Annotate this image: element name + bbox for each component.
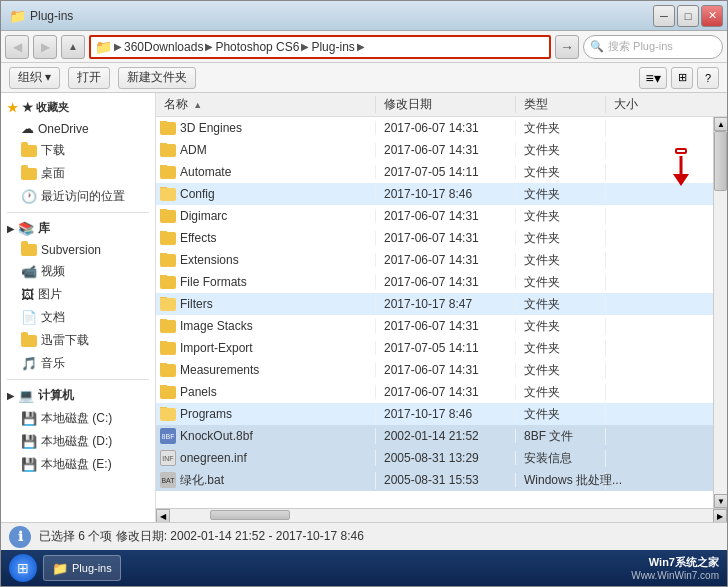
sidebar-item-pictures[interactable]: 🖼 图片 <box>1 283 155 306</box>
file-name: Filters <box>180 297 213 311</box>
vertical-scrollbar[interactable]: ▲ ▼ <box>713 117 727 508</box>
sidebar-item-subversion[interactable]: Subversion <box>1 240 155 260</box>
file-date: 2017-06-07 14:31 <box>384 275 479 289</box>
table-row[interactable]: Automate 2017-07-05 14:11 文件夹 <box>156 161 713 183</box>
search-box[interactable]: 🔍 搜索 Plug-ins <box>583 35 723 59</box>
scroll-track[interactable] <box>714 131 727 494</box>
folder-icon <box>160 320 176 333</box>
status-text: 已选择 6 个项 修改日期: 2002-01-14 21:52 - 2017-1… <box>39 528 364 545</box>
back-button[interactable]: ◀ <box>5 35 29 59</box>
sidebar-item-downloads[interactable]: 下载 <box>1 139 155 162</box>
path-segment-2[interactable]: Photoshop CS6 <box>215 40 299 54</box>
path-segment-3[interactable]: Plug-ins <box>311 40 354 54</box>
sidebar-item-desktop[interactable]: 桌面 <box>1 162 155 185</box>
path-segment-1[interactable]: 360Downloads <box>124 40 203 54</box>
table-row[interactable]: Programs 2017-10-17 8:46 文件夹 <box>156 403 713 425</box>
sidebar-item-music[interactable]: 🎵 音乐 <box>1 352 155 375</box>
table-row[interactable]: 3D Engines 2017-06-07 14:31 文件夹 <box>156 117 713 139</box>
col-date-header[interactable]: 修改日期 <box>376 96 516 113</box>
sidebar-item-thunder[interactable]: 迅雷下载 <box>1 329 155 352</box>
desktop-icon <box>21 168 37 180</box>
table-row[interactable]: Image Stacks 2017-06-07 14:31 文件夹 <box>156 315 713 337</box>
forward-button[interactable]: ▶ <box>33 35 57 59</box>
favorites-section: ★ ★ 收藏夹 ☁ OneDrive 下载 桌面 🕐 最近访问的位置 <box>1 97 155 208</box>
folder-open-icon <box>160 298 176 311</box>
table-row[interactable]: Filters 2017-10-17 8:47 文件夹 <box>156 293 713 315</box>
site-name: Win7系统之家 <box>631 555 719 570</box>
maximize-button[interactable]: □ <box>677 5 699 27</box>
table-row[interactable]: File Formats 2017-06-07 14:31 文件夹 <box>156 271 713 293</box>
path-arrow-4: ▶ <box>357 41 365 52</box>
new-folder-label: 新建文件夹 <box>127 69 187 86</box>
taskbar-item[interactable]: 📁 Plug-ins <box>43 555 121 581</box>
file-date-cell: 2017-06-07 14:31 <box>376 363 516 377</box>
organize-button[interactable]: 组织 ▾ <box>9 67 60 89</box>
sidebar-item-onedrive[interactable]: ☁ OneDrive <box>1 118 155 139</box>
file-type: 文件夹 <box>524 363 560 377</box>
col-name-label: 名称 <box>164 97 188 111</box>
col-name-header[interactable]: 名称 ▲ <box>156 96 376 113</box>
folder-icon <box>160 386 176 399</box>
file-name: Measurements <box>180 363 259 377</box>
window-icon: 📁 <box>9 8 26 24</box>
scroll-right-button[interactable]: ▶ <box>713 509 727 522</box>
table-row[interactable]: Config 2017-10-17 8:46 文件夹 <box>156 183 713 205</box>
scroll-down-button[interactable]: ▼ <box>714 494 727 508</box>
scroll-h-track[interactable] <box>170 509 713 522</box>
minimize-button[interactable]: ─ <box>653 5 675 27</box>
file-date: 2017-06-07 14:31 <box>384 363 479 377</box>
status-bar: ℹ 已选择 6 个项 修改日期: 2002-01-14 21:52 - 2017… <box>1 522 727 550</box>
drive-e-label: 本地磁盘 (E:) <box>41 456 112 473</box>
table-row[interactable]: INF onegreen.inf 2005-08-31 13:29 安装信息 <box>156 447 713 469</box>
table-row[interactable]: Extensions 2017-06-07 14:31 文件夹 <box>156 249 713 271</box>
library-chevron: ▶ <box>7 224 14 234</box>
close-button[interactable]: ✕ <box>701 5 723 27</box>
up-button[interactable]: ▲ <box>61 35 85 59</box>
path-text-3: Plug-ins <box>311 40 354 54</box>
scroll-up-button[interactable]: ▲ <box>714 117 727 131</box>
file-date: 2017-06-07 14:31 <box>384 209 479 223</box>
table-row[interactable]: 8BF KnockOut.8bf 2002-01-14 21:52 8BF 文件 <box>156 425 713 447</box>
table-row[interactable]: Measurements 2017-06-07 14:31 文件夹 <box>156 359 713 381</box>
sidebar-item-drive-d[interactable]: 💾 本地磁盘 (D:) <box>1 430 155 453</box>
file-scroll-area: 3D Engines 2017-06-07 14:31 文件夹 <box>156 117 727 508</box>
scroll-h-thumb[interactable] <box>210 510 290 520</box>
table-row[interactable]: Panels 2017-06-07 14:31 文件夹 <box>156 381 713 403</box>
sidebar-item-drive-e[interactable]: 💾 本地磁盘 (E:) <box>1 453 155 476</box>
docs-icon: 📄 <box>21 310 37 325</box>
table-row[interactable]: BAT 绿化.bat 2005-08-31 15:53 Windows 批处理.… <box>156 469 713 491</box>
scroll-thumb[interactable] <box>714 131 727 191</box>
new-folder-button[interactable]: 新建文件夹 <box>118 67 196 89</box>
file-date-cell: 2002-01-14 21:52 <box>376 429 516 443</box>
sidebar-item-drive-c[interactable]: 💾 本地磁盘 (C:) <box>1 407 155 430</box>
table-row[interactable]: Import-Export 2017-07-05 14:11 文件夹 <box>156 337 713 359</box>
col-size-header[interactable]: 大小 <box>606 96 666 113</box>
view-toggle-button[interactable]: ⊞ <box>671 67 693 89</box>
file-type-cell: 文件夹 <box>516 340 606 357</box>
drive-c-icon: 💾 <box>21 411 37 426</box>
open-button[interactable]: 打开 <box>68 67 110 89</box>
table-row[interactable]: Digimarc 2017-06-07 14:31 文件夹 <box>156 205 713 227</box>
subversion-label: Subversion <box>41 243 101 257</box>
view-button[interactable]: ≡▾ <box>639 67 667 89</box>
file-name-cell: File Formats <box>156 275 376 289</box>
file-date: 2017-10-17 8:47 <box>384 297 472 311</box>
divider-2 <box>7 379 149 380</box>
sidebar-item-recent[interactable]: 🕐 最近访问的位置 <box>1 185 155 208</box>
scroll-left-button[interactable]: ◀ <box>156 509 170 522</box>
table-row[interactable]: Effects 2017-06-07 14:31 文件夹 <box>156 227 713 249</box>
file-type: 文件夹 <box>524 165 560 179</box>
sidebar-item-video[interactable]: 📹 视频 <box>1 260 155 283</box>
file-name: Image Stacks <box>180 319 253 333</box>
address-path[interactable]: 📁 ▶ 360Downloads ▶ Photoshop CS6 ▶ Plug-… <box>89 35 551 59</box>
file-name: ADM <box>180 143 207 157</box>
col-type-header[interactable]: 类型 <box>516 96 606 113</box>
star-icon: ★ <box>7 101 18 115</box>
drive-c-label: 本地磁盘 (C:) <box>41 410 112 427</box>
file-type: 文件夹 <box>524 275 560 289</box>
windows-logo[interactable]: ⊞ <box>9 554 37 582</box>
table-row[interactable]: ADM 2017-06-07 14:31 文件夹 <box>156 139 713 161</box>
sidebar-item-docs[interactable]: 📄 文档 <box>1 306 155 329</box>
go-button[interactable]: → <box>555 35 579 59</box>
help-button[interactable]: ? <box>697 67 719 89</box>
